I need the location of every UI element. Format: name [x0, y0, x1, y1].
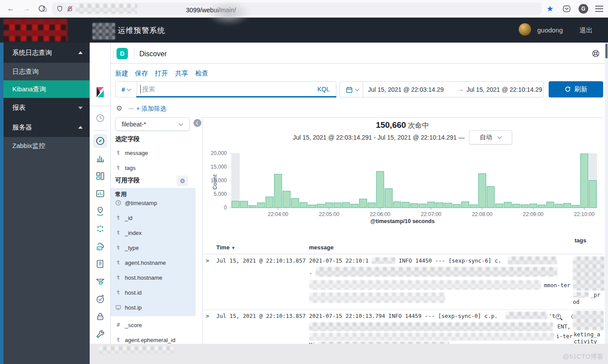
account-avatar[interactable]: G: [579, 4, 588, 14]
search-input[interactable]: 搜索: [142, 85, 155, 94]
y-axis-label: Count: [212, 174, 218, 190]
interval-select[interactable]: 自动: [469, 130, 512, 144]
tags-fragment-row: _pr: [573, 292, 601, 298]
machine-learning-icon[interactable]: [95, 223, 106, 234]
field-index[interactable]: t_index: [115, 229, 142, 237]
home-icon[interactable]: ⌂: [42, 0, 47, 18]
shield-icon[interactable]: [56, 5, 63, 12]
save-button[interactable]: 保存: [135, 69, 148, 78]
field-agent-ephemeral-id[interactable]: tagent.ephemeral_id: [115, 336, 175, 344]
hits-range-row: Jul 15, 2021 @ 22:03:14.291 - Jul 15, 20…: [202, 130, 603, 144]
field-agent-hostname[interactable]: tagent.hostname: [115, 259, 166, 267]
expand-row-icon[interactable]: >: [206, 313, 209, 319]
field-host-ip[interactable]: host.ip: [115, 303, 142, 311]
discover-compass-icon[interactable]: [95, 136, 106, 146]
redacted-text: [309, 333, 554, 341]
refresh-button[interactable]: 刷新: [549, 81, 603, 97]
forward-icon[interactable]: →: [23, 0, 30, 18]
help-ring-icon[interactable]: [591, 49, 600, 58]
maps-pin-icon[interactable]: [95, 206, 106, 216]
logout-link[interactable]: 退出: [579, 26, 593, 35]
sidebar-item-system-log-query[interactable]: 系统日志查询: [4, 43, 90, 63]
sidebar-item-kibana-query[interactable]: Kibana查询: [4, 80, 90, 98]
metrics-icon[interactable]: [95, 241, 106, 252]
breadcrumb-app-name: Discover: [139, 50, 167, 58]
inspect-button[interactable]: 检查: [195, 69, 208, 78]
url-bar[interactable]: 3099/webui/main/: [52, 3, 542, 15]
row-time: Jul 15, 2021 @ 22:10:13.857: [216, 257, 306, 264]
add-filter-link[interactable]: + 添加筛选: [136, 105, 166, 113]
date-range-picker[interactable]: Jul 15, 2021 @ 22:03:14.29 → Jul 15, 202…: [339, 81, 544, 97]
svg-text:22:07:00: 22:07:00: [421, 211, 441, 217]
column-header-message[interactable]: message: [309, 244, 334, 251]
chevron-left-icon: [196, 121, 200, 125]
field-timestamp[interactable]: @timestamp: [115, 199, 157, 207]
bookmark-star-icon[interactable]: ★: [546, 4, 553, 14]
histogram[interactable]: 05,00010,00015,00020,00022:04:0022:05:00…: [202, 148, 603, 226]
field-message[interactable]: tmessage: [115, 149, 148, 157]
lock-insecure-icon[interactable]: [66, 5, 73, 12]
divider: [202, 310, 603, 310]
column-header-time[interactable]: Time ▼: [216, 244, 236, 251]
field-score[interactable]: #_score: [115, 321, 142, 329]
sidebar-item-servers[interactable]: 服务器: [4, 118, 90, 137]
back-icon[interactable]: ←: [7, 0, 15, 18]
dashboard-icon[interactable]: [95, 171, 106, 181]
field-tags[interactable]: ttags: [115, 164, 136, 172]
zoom-in-icon[interactable]: +: [556, 314, 561, 319]
open-button[interactable]: 打开: [155, 69, 168, 78]
field-settings-gear-icon[interactable]: ⚙: [177, 176, 188, 186]
scrollbar-thumb[interactable]: [605, 43, 608, 58]
hits-range: Jul 15, 2021 @ 22:03:14.291 - Jul 15, 20…: [293, 134, 464, 141]
date-to[interactable]: Jul 15, 2021 @ 22:10:14.29: [466, 86, 542, 93]
query-language-button[interactable]: KQL: [317, 86, 330, 93]
hits-label: 次命中: [408, 122, 429, 129]
redacted-text: [371, 257, 396, 264]
sidebar-item-log-query[interactable]: 日志查询: [4, 63, 90, 80]
siem-lock-icon[interactable]: [95, 311, 106, 322]
dev-tools-wrench-icon[interactable]: [95, 329, 106, 339]
redacted-brand: [92, 23, 115, 40]
field-host-hostname[interactable]: thost.hostname: [115, 274, 162, 281]
field-host-id[interactable]: thost.id: [115, 288, 142, 296]
sidebar-item-reports[interactable]: 报表: [4, 98, 90, 118]
field-id[interactable]: t_id: [115, 214, 132, 222]
divider: [134, 48, 135, 59]
canvas-icon[interactable]: [95, 188, 106, 199]
sidebar-item-zabbix[interactable]: Zabbix监控: [4, 137, 90, 155]
collapse-sidebar-button[interactable]: [193, 119, 201, 127]
calendar-icon[interactable]: [346, 86, 353, 94]
svg-text:22:09:00: 22:09:00: [523, 211, 544, 217]
kibana-logo[interactable]: [94, 85, 106, 99]
svg-text:15,000: 15,000: [211, 164, 227, 170]
logs-icon[interactable]: [95, 259, 106, 269]
svg-text:5,000: 5,000: [214, 191, 227, 197]
visualize-chart-icon[interactable]: [95, 153, 106, 164]
recent-clock-icon[interactable]: [95, 113, 106, 123]
saved-query-menu-button[interactable]: #: [116, 82, 137, 97]
user-avatar[interactable]: [519, 23, 531, 36]
redacted-logo: [4, 19, 67, 41]
share-button[interactable]: 共享: [175, 69, 188, 78]
date-from[interactable]: Jul 15, 2021 @ 22:03:14.29: [368, 86, 444, 93]
filter-gear-icon[interactable]: ⚙: [116, 104, 122, 112]
popular-fields-block: [111, 188, 196, 316]
svg-text:20,000: 20,000: [211, 150, 227, 156]
watermark: @51CTO博客: [563, 353, 604, 361]
uptime-icon[interactable]: [95, 294, 106, 304]
expand-row-icon[interactable]: >: [206, 257, 209, 264]
redacted-text: [316, 267, 557, 277]
new-button[interactable]: 新建: [115, 69, 128, 78]
index-pattern-select[interactable]: filebeat-*: [115, 117, 190, 131]
apm-icon[interactable]: [95, 276, 106, 287]
chevron-down-icon: [355, 87, 360, 91]
scrollbar-track[interactable]: [605, 43, 608, 344]
divider: [93, 130, 107, 131]
caret-down-icon: [78, 107, 83, 109]
menu-hamburger-icon[interactable]: [595, 6, 603, 7]
field-type[interactable]: t_type: [115, 244, 139, 252]
pocket-icon[interactable]: [562, 4, 571, 13]
column-header-tags[interactable]: tags: [575, 237, 586, 244]
divider: [363, 82, 363, 97]
hits-header: 150,660 次命中: [202, 120, 603, 130]
